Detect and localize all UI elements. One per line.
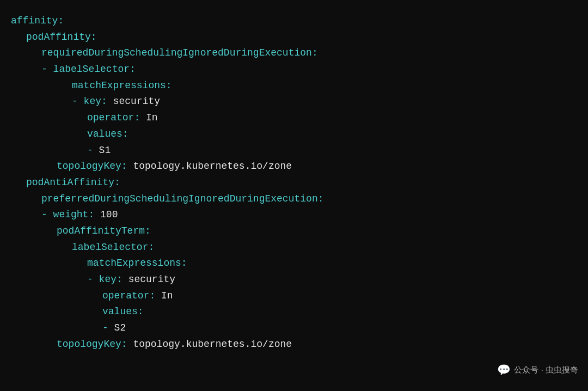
code-key: values: <box>102 306 144 317</box>
code-line: podAffinityTerm: <box>11 223 577 240</box>
code-key: matchExpressions: <box>87 258 187 268</box>
code-line: - S1 <box>11 143 577 159</box>
code-line: values: <box>11 304 577 320</box>
code-key: topologyKey: <box>57 161 133 172</box>
code-key: matchExpressions: <box>72 80 172 91</box>
code-dash: - <box>72 96 84 107</box>
code-value: security <box>128 274 175 285</box>
code-line: operator: In <box>11 110 577 126</box>
code-key: values: <box>87 129 128 139</box>
code-line: operator: In <box>11 288 577 304</box>
code-line: topologyKey: topology.kubernetes.io/zone <box>11 337 577 353</box>
code-dash: - <box>102 322 114 333</box>
code-dash: - <box>87 145 99 156</box>
code-value: In <box>146 112 158 123</box>
code-number: 100 <box>100 209 118 220</box>
code-value: In <box>161 290 173 301</box>
code-line: podAffinity: <box>11 29 577 46</box>
code-line: - labelSelector: <box>11 62 577 78</box>
code-value: topology.kubernetes.io/zone <box>133 161 292 172</box>
code-key: key: <box>99 274 128 285</box>
code-key: key: <box>84 96 113 107</box>
code-value: topology.kubernetes.io/zone <box>133 339 292 350</box>
watermark-text: 公众号 · 虫虫搜奇 <box>514 363 578 377</box>
code-key: affinity: <box>11 15 64 26</box>
code-key: topologyKey: <box>57 339 133 350</box>
code-value: S1 <box>99 145 111 156</box>
code-line: labelSelector: <box>11 240 577 256</box>
code-value: security <box>113 96 160 107</box>
code-dash: - <box>87 274 99 285</box>
code-line: podAntiAffinity: <box>11 175 577 191</box>
code-key: labelSelector: <box>72 242 154 253</box>
code-block: affinity:podAffinity:requiredDuringSched… <box>0 0 588 363</box>
code-line: - weight: 100 <box>11 207 577 223</box>
code-line: requiredDuringSchedulingIgnoredDuringExe… <box>11 45 577 62</box>
code-line: affinity: <box>11 13 577 29</box>
code-line: - key: security <box>11 94 577 110</box>
code-dash: - <box>41 209 53 220</box>
code-dash: - <box>41 64 53 75</box>
code-line: matchExpressions: <box>11 255 577 272</box>
code-line: - S2 <box>11 320 577 337</box>
code-key: podAffinity: <box>26 32 97 42</box>
code-line: preferredDuringSchedulingIgnoredDuringEx… <box>11 191 577 207</box>
watermark: 💬 公众号 · 虫虫搜奇 <box>497 361 578 379</box>
code-key: podAntiAffinity: <box>26 177 120 188</box>
code-line: matchExpressions: <box>11 78 577 94</box>
wechat-icon: 💬 <box>497 361 511 379</box>
code-value: S2 <box>114 322 126 333</box>
code-key: operator: <box>87 112 146 123</box>
code-line: - key: security <box>11 272 577 288</box>
code-line: values: <box>11 126 577 143</box>
code-key: requiredDuringSchedulingIgnoredDuringExe… <box>41 47 318 58</box>
code-line: topologyKey: topology.kubernetes.io/zone <box>11 158 577 175</box>
code-key: operator: <box>102 290 161 301</box>
code-key: labelSelector: <box>53 64 136 75</box>
code-key: weight: <box>53 209 100 220</box>
code-key: podAffinityTerm: <box>57 225 151 236</box>
code-key: preferredDuringSchedulingIgnoredDuringEx… <box>41 193 323 204</box>
